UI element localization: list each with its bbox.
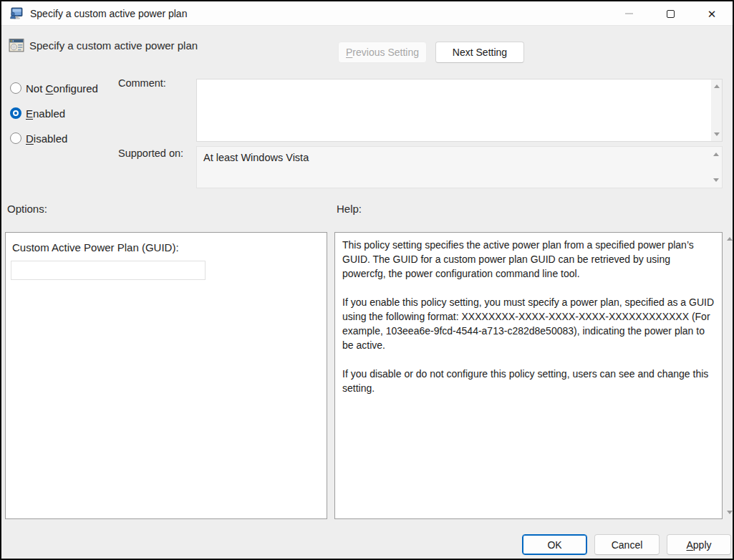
scroll-down-icon[interactable]	[714, 132, 720, 136]
maximize-button[interactable]	[650, 1, 691, 26]
guid-field-label: Custom Active Power Plan (GUID):	[12, 241, 179, 254]
ok-label: OK	[547, 539, 561, 551]
radio-enabled[interactable]: Enabled	[10, 106, 65, 120]
scroll-down-icon[interactable]	[727, 511, 733, 514]
previous-setting-accesskey: P	[346, 47, 352, 58]
previous-setting-button[interactable]: Previous Setting	[338, 42, 427, 63]
supported-on-value: At least Windows Vista	[203, 152, 309, 163]
comment-textarea[interactable]	[196, 79, 723, 142]
radio-disabled-circle[interactable]	[10, 132, 21, 144]
radio-enabled-circle[interactable]	[10, 107, 21, 119]
help-paragraph: If you enable this policy setting, you m…	[342, 295, 715, 352]
help-panel: This policy setting specifies the active…	[334, 232, 723, 519]
next-setting-label: Next Setting	[453, 47, 507, 58]
window-title: Specify a custom active power plan	[30, 8, 187, 19]
next-setting-button[interactable]: Next Setting	[435, 42, 524, 63]
policy-setting-icon	[9, 37, 25, 54]
help-scrollbar[interactable]	[724, 232, 734, 519]
radio-disabled-label: Disabled	[26, 132, 67, 145]
scroll-down-icon[interactable]	[713, 178, 719, 182]
ok-button[interactable]: OK	[522, 534, 587, 555]
setting-title: Specify a custom active power plan	[29, 39, 198, 52]
options-section-label: Options:	[7, 203, 47, 215]
apply-button[interactable]: Apply	[667, 534, 731, 555]
titlebar: Specify a custom active power plan ✕	[1, 1, 733, 26]
minimize-button[interactable]	[608, 1, 650, 26]
radio-not-configured[interactable]: Not Configured	[10, 81, 98, 95]
window-controls: ✕	[608, 1, 733, 26]
maximize-icon	[667, 10, 675, 18]
help-section-label: Help:	[337, 203, 362, 215]
radio-not-configured-label: Not Configured	[26, 82, 98, 95]
guid-input[interactable]	[11, 261, 206, 280]
minimize-icon	[625, 13, 633, 14]
scroll-up-icon[interactable]	[713, 153, 719, 156]
scroll-up-icon[interactable]	[714, 85, 720, 88]
scroll-up-icon[interactable]	[727, 237, 733, 241]
radio-disabled[interactable]: Disabled	[10, 131, 67, 145]
options-panel: Custom Active Power Plan (GUID):	[5, 232, 327, 519]
comment-scrollbar[interactable]	[711, 79, 722, 141]
policy-setting-dialog: Specify a custom active power plan ✕ Spe…	[0, 0, 734, 560]
supported-on-label: Supported on:	[118, 148, 183, 159]
radio-not-configured-circle[interactable]	[10, 82, 21, 94]
supported-on-box: At least Windows Vista	[196, 146, 723, 188]
cancel-label: Cancel	[612, 539, 643, 551]
apply-label: pply	[693, 539, 712, 551]
cancel-button[interactable]: Cancel	[594, 534, 660, 555]
help-paragraph: If you disable or do not configure this …	[342, 367, 715, 395]
previous-setting-label: revious Setting	[352, 47, 419, 58]
supported-scrollbar[interactable]	[710, 148, 721, 187]
close-button[interactable]: ✕	[691, 1, 733, 26]
group-policy-computer-icon	[9, 6, 24, 21]
help-paragraph: This policy setting specifies the active…	[342, 238, 715, 281]
close-icon: ✕	[708, 9, 717, 19]
apply-accesskey: A	[686, 539, 692, 551]
comment-label: Comment:	[118, 77, 166, 89]
radio-enabled-label: Enabled	[26, 107, 65, 120]
